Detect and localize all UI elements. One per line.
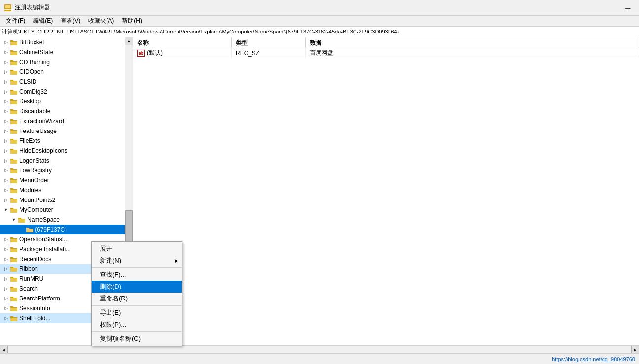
folder-icon bbox=[18, 216, 26, 224]
ctx-label-find: 查找(F)... bbox=[100, 270, 126, 279]
tree-label: CabinetState bbox=[19, 49, 53, 56]
col-name-header: 名称 bbox=[133, 37, 232, 48]
menu-favorites[interactable]: 收藏夹(A) bbox=[84, 16, 118, 26]
tree-label: NameSpace bbox=[27, 216, 60, 223]
folder-icon bbox=[10, 78, 18, 86]
expand-icon: ▷ bbox=[2, 255, 10, 263]
table-row[interactable]: ab (默认) REG_SZ 百度网盘 bbox=[133, 48, 639, 58]
tree-label: HideDesktopIcons bbox=[19, 147, 67, 154]
scroll-right-btn[interactable]: ► bbox=[631, 346, 639, 354]
folder-icon bbox=[10, 117, 18, 125]
folder-icon bbox=[10, 186, 18, 194]
regedit-icon bbox=[4, 4, 12, 12]
address-path: 计算机\HKEY_CURRENT_USER\SOFTWARE\Microsoft… bbox=[2, 28, 399, 35]
ctx-item-export[interactable]: 导出(E) bbox=[92, 307, 182, 319]
expand-icon: ▷ bbox=[2, 98, 10, 105]
tree-label: SearchPlatform bbox=[19, 295, 60, 302]
reg-name-label: (默认) bbox=[147, 49, 163, 57]
expand-icon: ▷ bbox=[2, 245, 10, 253]
tree-item-mountpoints2[interactable]: ▷ MountPoints2 bbox=[0, 195, 133, 205]
col-data-header: 数据 bbox=[306, 37, 639, 48]
ctx-separator-1 bbox=[92, 267, 182, 268]
ctx-item-rename[interactable]: 重命名(R) bbox=[92, 293, 182, 304]
folder-icon bbox=[26, 226, 34, 233]
tree-item-guid[interactable]: {679F137C- bbox=[0, 225, 133, 234]
expand-icon bbox=[18, 226, 26, 233]
tree-item-desktop[interactable]: ▷ Desktop bbox=[0, 97, 133, 106]
right-header: 名称 类型 数据 bbox=[133, 37, 639, 48]
expand-icon: ▷ bbox=[2, 295, 10, 302]
ctx-item-new[interactable]: 新建(N) ▶ bbox=[92, 255, 182, 266]
tree-item-extractionwizard[interactable]: ▷ ExtractionWizard bbox=[0, 116, 133, 126]
tree-label: FeatureUsage bbox=[19, 128, 57, 134]
menu-bar: 文件(F) 编辑(E) 查看(V) 收藏夹(A) 帮助(H) bbox=[0, 16, 639, 27]
folder-icon bbox=[10, 137, 18, 145]
tree-label: Shell Fold... bbox=[19, 315, 50, 322]
menu-view[interactable]: 查看(V) bbox=[57, 16, 84, 26]
tree-item-mycomputer[interactable]: ▼ MyComputer bbox=[0, 205, 133, 215]
expand-icon: ▷ bbox=[2, 314, 10, 322]
ctx-item-find[interactable]: 查找(F)... bbox=[92, 269, 182, 281]
tree-item-cidopen[interactable]: ▷ CIDOpen bbox=[0, 67, 133, 77]
expand-icon: ▷ bbox=[2, 78, 10, 86]
folder-icon bbox=[10, 68, 18, 76]
tree-label: Package Installati... bbox=[19, 246, 71, 253]
tree-item-cabinetstate[interactable]: ▷ CabinetState bbox=[0, 47, 133, 57]
folder-icon bbox=[10, 265, 18, 273]
tree-item-logonstats[interactable]: ▷ LogonStats bbox=[0, 156, 133, 165]
reg-ab-icon: ab bbox=[137, 50, 145, 57]
menu-edit[interactable]: 编辑(E) bbox=[29, 16, 57, 26]
expand-icon: ▷ bbox=[2, 48, 10, 56]
scroll-up-btn[interactable]: ▲ bbox=[125, 37, 133, 45]
expand-icon: ▷ bbox=[2, 235, 10, 243]
folder-icon bbox=[10, 295, 18, 302]
scroll-left-btn[interactable]: ◄ bbox=[0, 346, 8, 354]
ctx-label-copyname: 复制项名称(C) bbox=[100, 334, 141, 343]
cell-data: 百度网盘 bbox=[306, 48, 639, 58]
right-panel: 名称 类型 数据 ab (默认) REG_SZ 百度网盘 bbox=[133, 37, 639, 353]
expand-icon: ▼ bbox=[2, 206, 10, 214]
tree-item-comdlg32[interactable]: ▷ ComDlg32 bbox=[0, 87, 133, 97]
tree-label: ExtractionWizard bbox=[19, 118, 64, 125]
tree-item-discardable[interactable]: ▷ Discardable bbox=[0, 106, 133, 116]
tree-item-namespace[interactable]: ▼ NameSpace bbox=[0, 215, 133, 225]
expand-icon: ▷ bbox=[2, 147, 10, 155]
expand-icon: ▷ bbox=[2, 275, 10, 283]
tree-item-modules[interactable]: ▷ Modules bbox=[0, 185, 133, 195]
ctx-item-permissions[interactable]: 权限(P)... bbox=[92, 319, 182, 331]
folder-icon bbox=[10, 314, 18, 322]
folder-icon bbox=[10, 275, 18, 283]
minimize-button[interactable]: — bbox=[616, 0, 639, 16]
expand-icon: ▷ bbox=[2, 196, 10, 204]
ctx-item-copyname[interactable]: 复制项名称(C) bbox=[92, 333, 182, 345]
tree-label: LowRegistry bbox=[19, 167, 52, 174]
folder-icon bbox=[10, 285, 18, 293]
col-type-header: 类型 bbox=[232, 37, 306, 48]
ctx-label-new: 新建(N) bbox=[100, 256, 121, 265]
tree-label: SessionInfo bbox=[19, 305, 50, 312]
ctx-label-rename: 重命名(R) bbox=[100, 294, 128, 303]
tree-item-featureusage[interactable]: ▷ FeatureUsage bbox=[0, 126, 133, 136]
menu-help[interactable]: 帮助(H) bbox=[118, 16, 146, 26]
folder-icon bbox=[10, 107, 18, 115]
tree-item-menuorder[interactable]: ▷ MenuOrder bbox=[0, 175, 133, 185]
tree-label: RecentDocs bbox=[19, 256, 51, 263]
ctx-item-expand[interactable]: 展开 bbox=[92, 243, 182, 255]
tree-label: CD Burning bbox=[19, 59, 50, 66]
expand-icon: ▷ bbox=[2, 137, 10, 145]
tree-item-clsid[interactable]: ▷ CLSID bbox=[0, 77, 133, 87]
tree-item-hidedesktopicons[interactable]: ▷ HideDesktopIcons bbox=[0, 146, 133, 156]
folder-icon bbox=[10, 235, 18, 243]
ctx-item-delete[interactable]: 删除(D) bbox=[92, 281, 182, 293]
folder-icon bbox=[10, 127, 18, 135]
tree-item-bitbucket[interactable]: ▷ BitBucket bbox=[0, 37, 133, 47]
menu-file[interactable]: 文件(F) bbox=[2, 16, 29, 26]
bottom-scrollbar[interactable]: ◄ ► bbox=[0, 345, 639, 353]
tree-item-cdburning[interactable]: ▷ CD Burning bbox=[0, 57, 133, 67]
tree-label: Modules bbox=[19, 187, 41, 194]
tree-label: ComDlg32 bbox=[19, 88, 47, 95]
tree-item-fileexts[interactable]: ▷ FileExts bbox=[0, 136, 133, 146]
status-link: https://blog.csdn.net/qq_98049760 bbox=[552, 356, 635, 362]
folder-icon bbox=[10, 98, 18, 105]
tree-item-lowregistry[interactable]: ▷ LowRegistry bbox=[0, 165, 133, 175]
